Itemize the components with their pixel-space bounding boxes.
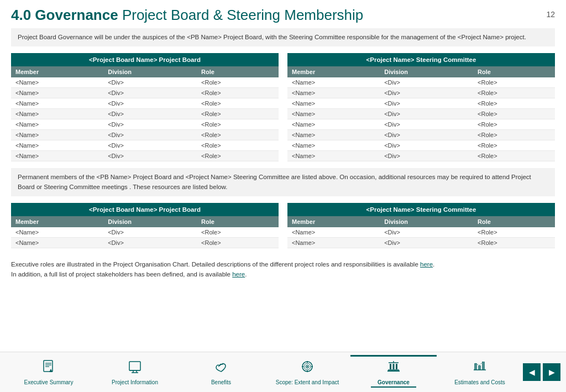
table-row: <Name><Div><Role>	[287, 140, 555, 151]
table-cell: <Div>	[103, 227, 197, 238]
page: 12 4.0 Governance Project Board & Steeri…	[0, 0, 566, 392]
exec-text3: .	[245, 271, 247, 278]
table-row: <Name><Div><Role>	[287, 151, 555, 161]
table3-body: <Name><Div><Role><Name><Div><Role>	[11, 227, 279, 248]
footer: Executive Summary Project Information	[0, 352, 566, 392]
table-cell: <Name>	[287, 237, 380, 248]
table-row: <Name><Div><Role>	[287, 77, 555, 88]
table-block-2: <Project Name> Steering Committee Member…	[287, 53, 555, 161]
intro-text: Project Board Governance will be under t…	[18, 34, 526, 40]
svg-rect-25	[478, 365, 481, 370]
table-cell: <Role>	[473, 151, 555, 161]
scope-label: Scope: Extent and Impact	[276, 379, 339, 385]
footer-item-project-information[interactable]: Project Information	[92, 357, 178, 388]
table1-col-role: Role	[197, 66, 279, 77]
table-cell: <Role>	[473, 109, 555, 119]
table-row: <Name><Div><Role>	[11, 119, 279, 130]
table-cell: <Div>	[103, 88, 197, 98]
exec-box: Executive roles are illustrated in the P…	[11, 255, 555, 284]
table-cell: <Div>	[103, 130, 197, 140]
table-cell: <Name>	[287, 227, 380, 238]
next-button[interactable]: ▶	[543, 363, 560, 381]
permanent-text: Permanent members of the <PB Name> Proje…	[18, 174, 531, 190]
footer-item-executive-summary[interactable]: Executive Summary	[6, 357, 92, 388]
table-row: <Name><Div><Role>	[287, 119, 555, 130]
table-cell: <Name>	[287, 119, 380, 130]
header: 12 4.0 Governance Project Board & Steeri…	[0, 0, 566, 28]
exec-link1[interactable]: here	[420, 261, 433, 268]
table-row: <Name><Div><Role>	[287, 237, 555, 248]
table-cell: <Div>	[380, 227, 473, 238]
table-cell: <Role>	[473, 77, 555, 88]
table4-col-division: Division	[380, 216, 473, 227]
table2-body: <Name><Div><Role><Name><Div><Role><Name>…	[287, 77, 555, 161]
table-cell: <Div>	[103, 237, 197, 248]
table-cell: <Role>	[197, 140, 279, 151]
table-cell: <Div>	[380, 151, 473, 161]
footer-item-scope[interactable]: Scope: Extent and Impact	[264, 357, 350, 388]
table3: Member Division Role <Name><Div><Role><N…	[11, 216, 279, 248]
table-row: <Name><Div><Role>	[11, 109, 279, 119]
table-row: <Name><Div><Role>	[11, 227, 279, 238]
table4-body: <Name><Div><Role><Name><Div><Role>	[287, 227, 555, 248]
table1-body: <Name><Div><Role><Name><Div><Role><Name>…	[11, 77, 279, 161]
executive-summary-icon	[41, 359, 56, 378]
table-cell: <Div>	[103, 98, 197, 109]
table-cell: <Div>	[380, 88, 473, 98]
table-row: <Name><Div><Role>	[287, 130, 555, 140]
table-cell: <Div>	[380, 119, 473, 130]
table-row: <Name><Div><Role>	[11, 98, 279, 109]
table-cell: <Role>	[197, 109, 279, 119]
table1-header-row: Member Division Role	[11, 66, 279, 77]
permanent-box: Permanent members of the <PB Name> Proje…	[11, 168, 555, 196]
table-cell: <Role>	[197, 98, 279, 109]
exec-link2[interactable]: here	[232, 271, 245, 278]
table-cell: <Role>	[473, 140, 555, 151]
table3-col-member: Member	[11, 216, 103, 227]
table-row: <Name><Div><Role>	[287, 109, 555, 119]
table-cell: <Role>	[197, 119, 279, 130]
table-cell: <Div>	[103, 109, 197, 119]
footer-item-estimates[interactable]: Estimates and Costs	[437, 357, 523, 388]
table-cell: <Name>	[11, 98, 103, 109]
table-cell: <Role>	[197, 130, 279, 140]
table3-title: <Project Board Name> Project Board	[11, 203, 279, 216]
exec-text1: Executive roles are illustrated in the P…	[11, 261, 420, 268]
table-row: <Name><Div><Role>	[11, 151, 279, 161]
table1-col-division: Division	[103, 66, 197, 77]
table-cell: <Role>	[473, 98, 555, 109]
table-cell: <Div>	[380, 98, 473, 109]
main-content: Project Board Governance will be under t…	[0, 28, 566, 352]
footer-item-benefits[interactable]: Benefits	[178, 357, 264, 388]
table-cell: <Name>	[287, 151, 380, 161]
table-cell: <Role>	[473, 130, 555, 140]
footer-item-governance[interactable]: Governance	[350, 355, 437, 390]
svg-rect-19	[390, 364, 391, 369]
svg-rect-21	[396, 364, 397, 369]
table-cell: <Role>	[197, 88, 279, 98]
benefits-icon	[213, 359, 229, 378]
table1: Member Division Role <Name><Div><Role><N…	[11, 66, 279, 161]
table-cell: <Div>	[380, 237, 473, 248]
table-cell: <Div>	[103, 119, 197, 130]
active-indicator	[371, 386, 416, 388]
table-row: <Name><Div><Role>	[11, 88, 279, 98]
project-information-icon	[127, 359, 143, 378]
tables-row-2: <Project Board Name> Project Board Membe…	[11, 203, 555, 248]
estimates-icon	[472, 359, 488, 378]
table-row: <Name><Div><Role>	[11, 237, 279, 248]
table-row: <Name><Div><Role>	[11, 140, 279, 151]
table2-col-role: Role	[473, 66, 555, 77]
intro-box: Project Board Governance will be under t…	[11, 28, 555, 46]
table3-header-row: Member Division Role	[11, 216, 279, 227]
table-cell: <Name>	[287, 130, 380, 140]
svg-rect-4	[129, 362, 140, 370]
table-cell: <Div>	[380, 109, 473, 119]
prev-button[interactable]: ◀	[523, 363, 541, 381]
table-row: <Name><Div><Role>	[287, 227, 555, 238]
nav-arrows: ◀ ▶	[523, 363, 560, 381]
table2-header-row: Member Division Role	[287, 66, 555, 77]
table-cell: <Div>	[380, 140, 473, 151]
table-cell: <Name>	[11, 151, 103, 161]
tables-row-1: <Project Board Name> Project Board Membe…	[11, 53, 555, 161]
